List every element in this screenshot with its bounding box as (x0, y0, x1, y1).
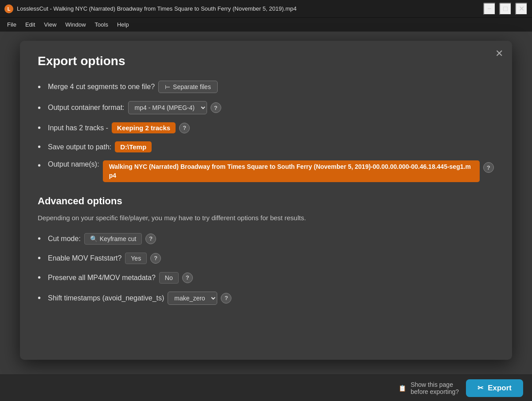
bottom-bar: 📋 Show this page before exporting? ✂ Exp… (0, 374, 532, 401)
search-icon: 🔍 (90, 235, 98, 242)
advanced-options-list: Cut mode: 🔍 Keyframe cut ? Enable MOV Fa… (38, 233, 494, 305)
menu-help[interactable]: Help (113, 19, 133, 30)
menu-view[interactable]: View (39, 19, 61, 30)
timestamps-select[interactable]: make_zero auto 0 disabled (168, 292, 217, 305)
window-controls: − □ ✕ (483, 3, 528, 15)
export-label: Export (488, 384, 512, 393)
output-name-help-button[interactable]: ? (483, 162, 494, 173)
titlebar: L LosslessCut - Walking NYC (Narrated) B… (0, 0, 532, 18)
menu-edit[interactable]: Edit (21, 19, 39, 30)
path-option: Save output to path: D:\Temp (38, 141, 494, 152)
faststart-button[interactable]: Yes (125, 253, 147, 264)
timestamps-label: Shift timestamps (avoid_negative_ts) (48, 294, 164, 302)
dialog-close-button[interactable]: ✕ (495, 49, 503, 58)
maximize-button[interactable]: □ (499, 3, 512, 15)
export-button[interactable]: ✂ Export (466, 379, 523, 397)
container-option: Output container format: mp4 - MP4 (MPEG… (38, 101, 494, 114)
metadata-help-button[interactable]: ? (182, 273, 193, 283)
metadata-option: Preserve all MP4/MOV metadata? No ? (38, 272, 494, 284)
options-list: Merge 4 cut segments to one file? ⊢ Sepa… (38, 81, 494, 182)
faststart-label: Enable MOV Faststart? (48, 254, 121, 262)
metadata-button[interactable]: No (159, 272, 179, 284)
show-page-button[interactable]: 📋 Show this page before exporting? (399, 381, 459, 395)
app-icon: L (4, 4, 13, 13)
timestamps-help-button[interactable]: ? (221, 293, 231, 304)
scissors-icon: ✂ (477, 384, 483, 392)
separate-files-button[interactable]: ⊢ Separate files (158, 81, 218, 93)
show-page-label: Show this page before exporting? (411, 381, 459, 395)
container-label: Output container format: (48, 104, 125, 112)
faststart-option: Enable MOV Faststart? Yes ? (38, 253, 494, 264)
faststart-help-button[interactable]: ? (150, 253, 161, 264)
close-button[interactable]: ✕ (515, 3, 528, 15)
merge-option: Merge 4 cut segments to one file? ⊢ Sepa… (38, 81, 494, 93)
dialog-title: Export options (38, 54, 494, 68)
menubar: File Edit View Window Tools Help (0, 18, 532, 32)
container-help-button[interactable]: ? (211, 102, 221, 113)
output-label: Output name(s): (48, 160, 99, 168)
content-area: ✕ Export options Merge 4 cut segments to… (0, 32, 532, 401)
menu-file[interactable]: File (3, 19, 21, 30)
minimize-button[interactable]: − (483, 3, 496, 15)
merge-icon: ⊢ (165, 83, 170, 90)
tracks-badge[interactable]: Keeping 2 tracks (112, 122, 176, 133)
window-title: LosslessCut - Walking NYC (Narrated) Bro… (17, 5, 483, 12)
cut-mode-label: Cut mode: (48, 235, 81, 243)
export-dialog: ✕ Export options Merge 4 cut segments to… (20, 41, 512, 360)
menu-tools[interactable]: Tools (90, 19, 113, 30)
menu-window[interactable]: Window (61, 19, 90, 30)
merge-label: Merge 4 cut segments to one file? (48, 83, 155, 91)
path-label: Save output to path: (48, 143, 111, 151)
output-name-badge[interactable]: Walking NYC (Narrated) Broadway from Tim… (103, 160, 480, 182)
tracks-help-button[interactable]: ? (179, 123, 190, 133)
advanced-title: Advanced options (38, 195, 494, 207)
timestamps-option: Shift timestamps (avoid_negative_ts) mak… (38, 292, 494, 305)
tracks-label: Input has 2 tracks - (48, 124, 108, 132)
metadata-label: Preserve all MP4/MOV metadata? (48, 274, 156, 282)
container-select[interactable]: mp4 - MP4 (MPEG-4) (128, 101, 207, 114)
output-name-option: Output name(s): Walking NYC (Narrated) B… (38, 160, 494, 182)
cut-mode-button[interactable]: 🔍 Keyframe cut (84, 233, 142, 245)
advanced-desc: Depending on your specific file/player, … (38, 213, 494, 223)
show-page-icon: 📋 (399, 385, 406, 392)
cut-mode-option: Cut mode: 🔍 Keyframe cut ? (38, 233, 494, 245)
cut-mode-help-button[interactable]: ? (145, 234, 156, 244)
tracks-option: Input has 2 tracks - Keeping 2 tracks ? (38, 122, 494, 133)
path-badge[interactable]: D:\Temp (115, 141, 152, 152)
